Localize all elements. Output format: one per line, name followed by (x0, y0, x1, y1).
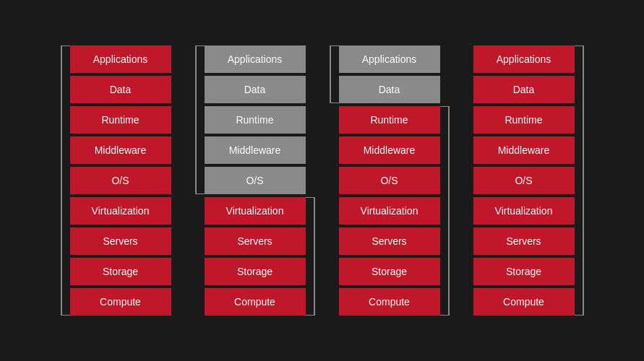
item-o/s-col4: O/S (473, 167, 575, 194)
item-middleware-col3: Middleware (339, 136, 440, 164)
item-middleware-col4: Middleware (473, 136, 575, 164)
item-storage-col4: Storage (473, 258, 575, 285)
item-applications-col3: Applications (339, 45, 440, 73)
item-middleware-col2: Middleware (205, 136, 306, 164)
items-list-2: ApplicationsDataRuntimeMiddlewareO/SVirt… (205, 45, 306, 316)
items-list-3: ApplicationsDataRuntimeMiddlewareO/SVirt… (339, 45, 440, 316)
items-list-1: ApplicationsDataRuntimeMiddlewareO/SVirt… (70, 45, 171, 316)
item-compute-col2: Compute (205, 288, 306, 316)
item-virtualization-col1: Virtualization (70, 197, 171, 225)
item-virtualization-col4: Virtualization (473, 197, 575, 225)
item-compute-col3: Compute (339, 288, 440, 316)
item-applications-col4: Applications (473, 45, 575, 73)
item-compute-col1: Compute (70, 288, 171, 316)
item-servers-col2: Servers (205, 227, 306, 255)
item-runtime-col1: Runtime (70, 106, 171, 134)
column-1: ApplicationsDataRuntimeMiddlewareO/SVirt… (60, 45, 181, 316)
item-data-col1: Data (70, 76, 171, 103)
item-storage-col3: Storage (339, 258, 440, 285)
item-data-col2: Data (205, 76, 306, 103)
item-servers-col1: Servers (70, 227, 171, 255)
item-middleware-col1: Middleware (70, 136, 171, 164)
item-servers-col4: Servers (473, 227, 575, 255)
column-4: ApplicationsDataRuntimeMiddlewareO/SVirt… (463, 45, 585, 316)
column-3: ApplicationsDataRuntimeMiddlewareO/SVirt… (329, 45, 450, 316)
item-servers-col3: Servers (339, 227, 440, 255)
item-storage-col1: Storage (70, 258, 171, 285)
item-virtualization-col3: Virtualization (339, 197, 440, 225)
item-virtualization-col2: Virtualization (205, 197, 306, 225)
items-list-4: ApplicationsDataRuntimeMiddlewareO/SVirt… (473, 45, 575, 316)
item-storage-col2: Storage (205, 258, 306, 285)
item-data-col4: Data (473, 76, 575, 103)
main-container: ApplicationsDataRuntimeMiddlewareO/SVirt… (38, 31, 606, 330)
item-o/s-col1: O/S (70, 167, 171, 194)
item-applications-col2: Applications (205, 45, 306, 73)
item-runtime-col2: Runtime (205, 106, 306, 134)
item-applications-col1: Applications (70, 45, 171, 73)
item-compute-col4: Compute (473, 288, 575, 316)
item-o/s-col3: O/S (339, 167, 440, 194)
item-data-col3: Data (339, 76, 440, 103)
column-2: ApplicationsDataRuntimeMiddlewareO/SVirt… (194, 45, 316, 316)
item-runtime-col4: Runtime (473, 106, 575, 134)
item-o/s-col2: O/S (205, 167, 306, 194)
item-runtime-col3: Runtime (339, 106, 440, 134)
